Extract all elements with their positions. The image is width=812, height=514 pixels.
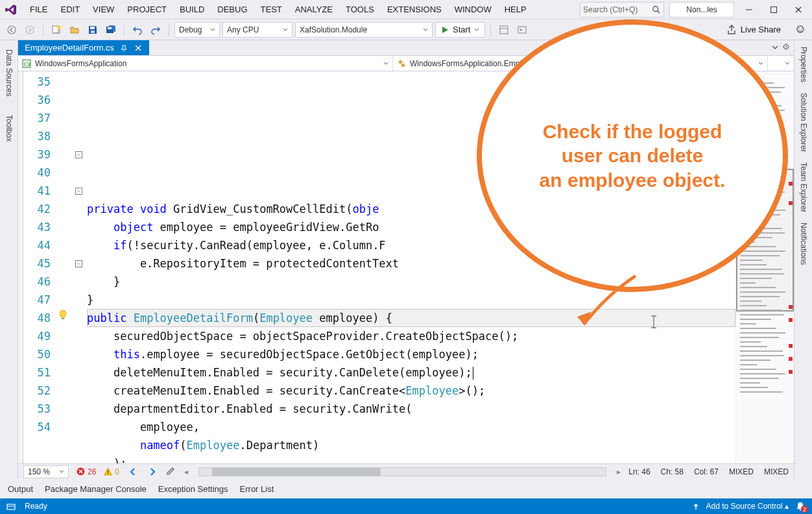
menu-build[interactable]: BUILD — [173, 2, 211, 17]
package-manager-console-tab[interactable]: Package Manager Console — [45, 484, 147, 494]
menu-file[interactable]: FILE — [23, 2, 54, 17]
maximize-button[interactable] — [764, 2, 783, 18]
save-all-button[interactable] — [103, 22, 119, 38]
code-line[interactable]: e.RepositoryItem = protectedContentText — [87, 254, 735, 273]
live-share-button[interactable]: Live Share — [721, 25, 786, 35]
code-line[interactable] — [87, 127, 735, 145]
text-cursor-icon — [649, 315, 659, 328]
code-line[interactable] — [87, 182, 735, 200]
menu-view[interactable]: VIEW — [86, 2, 121, 17]
code-line[interactable]: createMenuItem.Enabled = security.CanCre… — [87, 382, 735, 400]
save-button[interactable] — [85, 22, 101, 38]
menu-edit[interactable]: EDIT — [54, 2, 86, 17]
code-line[interactable] — [87, 145, 735, 164]
menu-help[interactable]: HELP — [498, 2, 533, 17]
toolbar-btn-2[interactable] — [514, 22, 530, 38]
code-line[interactable]: } — [87, 273, 735, 291]
minimize-button[interactable] — [739, 2, 759, 18]
undo-button[interactable] — [130, 22, 145, 38]
code-editor[interactable]: 3536373839404142434445464748495051525354… — [18, 71, 794, 463]
properties-tab[interactable]: Properties — [798, 44, 809, 85]
zoom-combo[interactable]: 150 % — [23, 465, 69, 478]
data-sources-tab[interactable]: Data Sources — [3, 47, 15, 99]
error-count[interactable]: 26 — [77, 467, 96, 476]
nav-member-combo[interactable] — [768, 56, 794, 71]
feedback-button[interactable] — [793, 22, 808, 38]
code-line[interactable]: deleteMenuItem.Enabled = security.CanDel… — [87, 363, 735, 382]
editor-hscroll[interactable] — [198, 467, 606, 476]
code-line[interactable]: public EmployeeDetailForm(Employee emplo… — [87, 309, 735, 327]
startup-project-combo[interactable]: XafSolution.Module — [295, 22, 433, 38]
fold-toggle[interactable]: − — [75, 151, 82, 158]
document-tabs: EmployeeDetailForm.cs — [18, 40, 794, 56]
menu-project[interactable]: PROJECT — [121, 2, 173, 17]
start-debug-button[interactable]: Start — [435, 22, 485, 38]
svg-rect-27 — [401, 62, 405, 67]
error-list-tab[interactable]: Error List — [240, 484, 274, 494]
menu-extensions[interactable]: EXTENSIONS — [381, 2, 448, 17]
redo-button[interactable] — [148, 22, 163, 38]
quick-search-input[interactable]: Search (Ctrl+Q) — [580, 2, 664, 18]
code-line[interactable]: ); — [87, 454, 735, 463]
menu-tools[interactable]: TOOLS — [339, 2, 381, 17]
solution-platform-combo[interactable]: Any CPU — [222, 22, 293, 38]
code-line[interactable]: private void GridView_CustomRowCellEdit(… — [87, 200, 735, 218]
glyph-margin — [56, 71, 70, 463]
tool-window-options-icon[interactable] — [782, 43, 790, 53]
pen-icon[interactable] — [166, 465, 176, 478]
code-line[interactable]: } — [87, 291, 735, 309]
minimap-scrollbar[interactable] — [735, 71, 794, 463]
menu-debug[interactable]: DEBUG — [211, 2, 254, 17]
line-number: 43 — [23, 218, 51, 236]
play-icon — [441, 26, 449, 34]
outline-margin[interactable]: −−− — [70, 71, 87, 463]
notification-bell[interactable]: 2 — [795, 501, 806, 511]
scroll-right[interactable]: ▸ — [617, 467, 621, 476]
close-window-button[interactable] — [789, 2, 808, 18]
exception-settings-tab[interactable]: Exception Settings — [158, 484, 228, 494]
nav-prev-issue[interactable] — [127, 467, 139, 476]
add-source-control-button[interactable]: Add to Source Control ▴ — [706, 502, 789, 511]
solution-config-combo[interactable]: Debug — [174, 22, 220, 38]
editor-splitter[interactable] — [18, 71, 23, 463]
nav-project-combo[interactable]: C# WindowsFormsApplication — [18, 56, 393, 71]
lightbulb-icon[interactable] — [58, 310, 68, 320]
toolbar-btn-1[interactable] — [496, 22, 512, 38]
nav-back-button[interactable] — [4, 22, 19, 38]
code-line[interactable]: departmentEditor.Enabled = security.CanW… — [87, 400, 735, 418]
nav-class-combo[interactable]: WindowsFormsApplication.EmployeeDetailFo… — [393, 56, 768, 71]
menu-test[interactable]: TEST — [254, 2, 289, 17]
code-line[interactable]: nameof(Employee.Department) — [87, 436, 735, 454]
nav-forward-button[interactable] — [22, 22, 38, 38]
open-button[interactable] — [67, 22, 82, 38]
status-icon — [6, 502, 16, 511]
menu-window[interactable]: WINDOW — [448, 2, 498, 17]
code-line[interactable] — [87, 164, 735, 182]
scroll-left[interactable]: ◂ — [184, 467, 188, 476]
svg-point-19 — [801, 28, 802, 29]
toolbox-tab[interactable]: Toolbox — [3, 112, 15, 144]
fold-toggle[interactable]: − — [75, 260, 82, 267]
pin-icon[interactable] — [119, 43, 128, 53]
status-text: Ready — [25, 502, 47, 511]
close-tab-icon[interactable] — [134, 43, 143, 53]
code-line[interactable]: this.employee = securedObjectSpace.GetOb… — [87, 345, 735, 363]
warning-count[interactable]: 0 — [104, 467, 119, 476]
document-tab-active[interactable]: EmployeeDetailForm.cs — [18, 40, 149, 55]
code-line[interactable]: employee, — [87, 418, 735, 436]
new-button[interactable] — [49, 22, 64, 38]
menu-analyze[interactable]: ANALYZE — [289, 2, 339, 17]
output-tab[interactable]: Output — [8, 484, 33, 494]
code-line[interactable]: object employee = employeeGridView.GetRo — [87, 218, 735, 236]
notifications-tab[interactable]: Notifications — [798, 220, 809, 267]
account-button[interactable]: Non...les — [669, 2, 734, 18]
code-line[interactable]: if(!security.CanRead(employee, e.Column.… — [87, 236, 735, 254]
nav-next-issue[interactable] — [147, 467, 158, 476]
fold-toggle[interactable]: − — [75, 188, 82, 195]
code-text[interactable]: private void GridView_CustomRowCellEdit(… — [87, 71, 735, 463]
team-explorer-tab[interactable]: Team Explorer — [798, 160, 809, 215]
tab-overflow-icon[interactable] — [772, 43, 778, 53]
code-line[interactable]: securedObjectSpace = objectSpaceProvider… — [87, 327, 735, 345]
solution-explorer-tab[interactable]: Solution Explorer — [798, 90, 809, 154]
line-number: 45 — [23, 254, 51, 273]
